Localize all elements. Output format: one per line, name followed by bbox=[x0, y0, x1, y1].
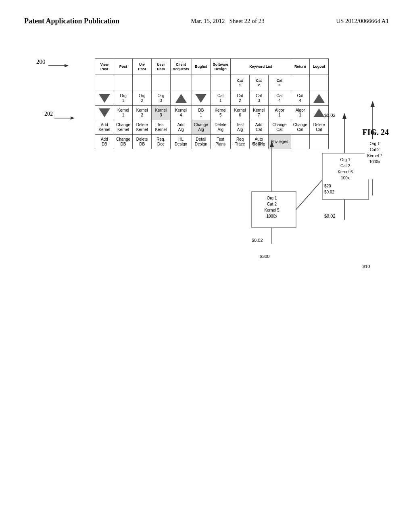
cell-clientreq-row2: Kernel4 bbox=[170, 106, 192, 120]
page-header: Patent Application Publication Mar. 15, … bbox=[0, 0, 413, 34]
svg-text:100x: 100x bbox=[341, 176, 350, 180]
sub-col-empty4 bbox=[152, 75, 171, 91]
patent-num-text: US 2012/0066664 A1 bbox=[336, 18, 389, 24]
svg-text:$0.02: $0.02 bbox=[324, 113, 336, 118]
svg-text:$0.02: $0.02 bbox=[324, 190, 334, 194]
cell-unpost-row4: DeleteDB bbox=[133, 135, 152, 149]
svg-text:1000x: 1000x bbox=[266, 214, 277, 218]
svg-text:$20: $20 bbox=[324, 184, 331, 188]
cell-buglist-row1 bbox=[192, 91, 211, 106]
svg-text:$0.02: $0.02 bbox=[252, 141, 263, 146]
cell-unpost-row3: DeleteKernel bbox=[133, 120, 152, 135]
col-header-softwaredesign: SoftwareDesign bbox=[211, 59, 231, 75]
ref-200: 200 bbox=[36, 58, 46, 65]
sub-col-empty2 bbox=[114, 75, 133, 91]
cell-post-row4: ChangeDB bbox=[114, 135, 133, 149]
diagram-container: 200 202 ViewPost Post bbox=[32, 58, 393, 149]
pub-sheet: Sheet 22 of 23 bbox=[229, 18, 265, 24]
header-date-sheet: Mar. 15, 2012 Sheet 22 of 23 bbox=[191, 16, 265, 26]
svg-marker-1 bbox=[65, 64, 69, 67]
graph-svg: $0.02 Org 1 Cat 2 Kernel 5 1000x $0.02 $… bbox=[248, 66, 385, 349]
arrow-202 bbox=[54, 114, 75, 124]
col-header-unpost: Un-Post bbox=[133, 59, 152, 75]
svg-text:Cat 2: Cat 2 bbox=[370, 148, 380, 152]
cell-viewpost-row3: AddKernel bbox=[95, 120, 114, 135]
cell-swdesign-row2: Kernel5 bbox=[211, 106, 231, 120]
pub-title-text: Patent Application Publication bbox=[24, 17, 119, 25]
cell-buglist-row4: DetailDesign bbox=[192, 135, 211, 149]
svg-text:Kernel 6: Kernel 6 bbox=[338, 170, 353, 174]
cell-clientreq-row1 bbox=[170, 91, 192, 106]
cell-kw1-row2: Kernel6 bbox=[231, 106, 250, 120]
sub-col-empty1 bbox=[95, 75, 114, 91]
svg-text:Cat 2: Cat 2 bbox=[340, 164, 350, 168]
svg-text:Kernel 7: Kernel 7 bbox=[367, 154, 382, 158]
cell-swdesign-row1: Cat1 bbox=[211, 91, 231, 106]
svg-text:$10: $10 bbox=[363, 264, 370, 269]
cell-post-row3: ChangeKernel bbox=[114, 120, 133, 135]
cell-viewpost-row4: AddDB bbox=[95, 135, 114, 149]
cell-swdesign-row3: DeleteAlg bbox=[211, 120, 231, 135]
cell-unpost-row2: Kernel2 bbox=[133, 106, 152, 120]
svg-text:Org 1: Org 1 bbox=[267, 196, 277, 200]
svg-text:$0.02: $0.02 bbox=[324, 214, 336, 218]
col-header-clientreq: ClientRequests bbox=[170, 59, 192, 75]
sub-col-empty3 bbox=[133, 75, 152, 91]
cell-buglist-row2: DB1 bbox=[192, 106, 211, 120]
col-header-userdata: UserData bbox=[152, 59, 171, 75]
svg-text:Org 1: Org 1 bbox=[369, 141, 380, 146]
sub-col-cat1: Cat1 bbox=[231, 75, 250, 91]
sub-col-empty6 bbox=[192, 75, 211, 91]
svg-text:Kernel 5: Kernel 5 bbox=[264, 208, 280, 212]
cell-kw1-row1: Cat2 bbox=[231, 91, 250, 106]
svg-text:Cat 2: Cat 2 bbox=[267, 202, 277, 206]
cell-swdesign-row4: TestPlans bbox=[211, 135, 231, 149]
svg-marker-5 bbox=[270, 141, 274, 147]
cell-kw1-row3: TestAlg bbox=[231, 120, 250, 135]
cell-userdata-row1: Org3 bbox=[152, 91, 171, 106]
cell-clientreq-row3: AddAlg bbox=[170, 120, 192, 135]
col-header-viewpost: ViewPost bbox=[95, 59, 114, 75]
cell-userdata-row4: Req.Doc bbox=[152, 135, 171, 149]
cell-kw1-row4: ReqTrace bbox=[231, 135, 250, 149]
svg-line-14 bbox=[296, 175, 326, 210]
svg-text:$300: $300 bbox=[260, 254, 269, 259]
svg-text:1000x: 1000x bbox=[369, 160, 380, 164]
arrow-200 bbox=[48, 62, 69, 71]
pub-date: Mar. 15, 2012 bbox=[191, 18, 225, 24]
publication-title: Patent Application Publication bbox=[24, 16, 119, 26]
ref-202: 202 bbox=[44, 111, 53, 117]
sub-col-empty5 bbox=[170, 75, 192, 91]
cell-unpost-row1: Org2 bbox=[133, 91, 152, 106]
sub-col-empty7 bbox=[211, 75, 231, 91]
cell-buglist-row3: ChangeAlg bbox=[192, 120, 211, 135]
svg-marker-30 bbox=[371, 101, 375, 107]
cell-userdata-row2: Kernel3 bbox=[152, 106, 171, 120]
col-header-buglist: Buglist bbox=[192, 59, 211, 75]
cell-viewpost-row1 bbox=[95, 91, 114, 106]
cell-post-row1: Org1 bbox=[114, 91, 133, 106]
cell-post-row2: Kernel1 bbox=[114, 106, 133, 120]
cell-viewpost-row2 bbox=[95, 106, 114, 120]
col-header-post: Post bbox=[114, 59, 133, 75]
patent-number: US 2012/0066664 A1 bbox=[336, 16, 389, 26]
fig-label: FIG. 24 bbox=[362, 128, 389, 137]
main-content: 200 202 ViewPost Post bbox=[0, 34, 413, 161]
graph-area: $0.02 Org 1 Cat 2 Kernel 5 1000x $0.02 $… bbox=[248, 66, 385, 349]
cell-clientreq-row4: HLDesign bbox=[170, 135, 192, 149]
svg-marker-17 bbox=[342, 113, 346, 119]
svg-marker-3 bbox=[71, 116, 75, 120]
fig-label-text: FIG. 24 bbox=[362, 128, 389, 137]
cell-userdata-row3: TestKernel bbox=[152, 120, 171, 135]
svg-text:$0.02: $0.02 bbox=[252, 238, 263, 243]
svg-text:Org 1: Org 1 bbox=[340, 158, 350, 162]
